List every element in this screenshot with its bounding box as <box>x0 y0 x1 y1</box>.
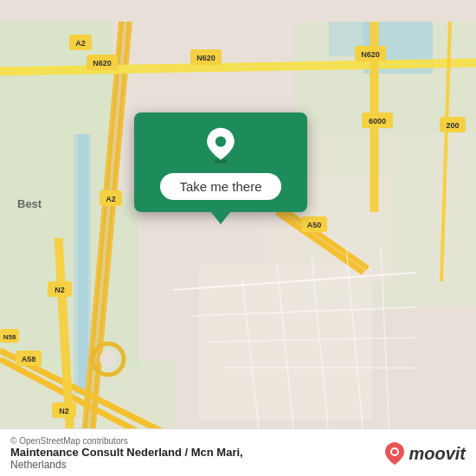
svg-text:A2: A2 <box>106 195 116 203</box>
svg-text:N58: N58 <box>3 333 16 341</box>
svg-text:N2: N2 <box>55 286 65 294</box>
popup-card[interactable]: Take me there <box>134 113 307 212</box>
svg-text:A58: A58 <box>22 355 36 363</box>
svg-text:6000: 6000 <box>369 117 386 125</box>
moovit-text: moovit <box>408 444 466 464</box>
location-country: Netherlands <box>10 459 243 471</box>
moovit-pin-icon <box>384 441 405 466</box>
svg-rect-7 <box>74 134 91 394</box>
svg-point-63 <box>215 136 226 146</box>
bottom-left-info: © OpenStreetMap contributors Maintenance… <box>10 436 243 471</box>
svg-point-65 <box>392 449 397 454</box>
moovit-logo: moovit <box>384 441 466 466</box>
svg-text:A50: A50 <box>307 221 322 229</box>
bottom-bar: © OpenStreetMap contributors Maintenance… <box>0 428 476 476</box>
svg-text:A2: A2 <box>75 39 86 48</box>
svg-text:Best: Best <box>17 197 42 210</box>
osm-credit: © OpenStreetMap contributors <box>10 436 243 446</box>
svg-text:N620: N620 <box>361 50 380 59</box>
svg-text:N620: N620 <box>93 59 112 68</box>
location-name: Maintenance Consult Nederland / Mcn Mari… <box>10 446 243 459</box>
svg-text:N620: N620 <box>196 54 215 62</box>
location-pin-icon <box>202 126 240 164</box>
svg-text:200: 200 <box>446 121 459 130</box>
svg-point-61 <box>100 351 117 368</box>
take-me-there-button[interactable]: Take me there <box>160 173 280 200</box>
map-background: N2 N2 A2 A2 N620 N620 N620 A58 A50 6000 … <box>0 0 476 476</box>
svg-rect-1 <box>0 22 113 195</box>
svg-text:N2: N2 <box>59 407 69 415</box>
map-container: N2 N2 A2 A2 N620 N620 N620 A58 A50 6000 … <box>0 0 476 476</box>
